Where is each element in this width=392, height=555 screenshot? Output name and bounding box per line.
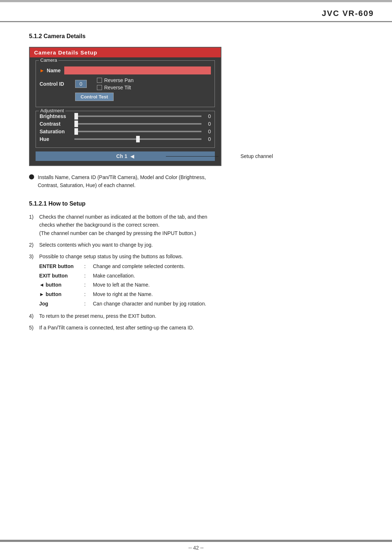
slider-track-contrast[interactable] [74,123,201,125]
numbered-item-3: 3)Possible to change setup status by usi… [29,252,367,308]
control-id-label: Control ID [40,81,72,87]
slider-track-brightness[interactable] [74,116,201,117]
button-list-desc: Change and complete selected contents. [93,262,367,271]
reverse-pan-label: Reverse Pan [104,77,134,83]
slider-row-brightness: Brightness0 [40,113,211,119]
header: JVC VR-609 [0,2,392,22]
name-arrow-icon: ► [40,68,45,73]
subsection-heading: 5.1.2.1 How to Setup [29,200,367,207]
numbered-para-3: Possible to change setup status by using… [39,252,367,260]
numbered-num-5: 5) [29,324,36,332]
reverse-checkboxes: Reverse Pan Reverse Tilt [97,77,134,90]
adjustment-group: Adjustment Brightness0Contrast0Saturatio… [36,111,215,148]
button-list-label: Jog [39,300,83,308]
numbered-num-4: 4) [29,312,36,320]
button-list-colon: : [84,281,91,289]
button-list-label: ► button [39,290,83,299]
slider-track-hue[interactable] [74,138,201,140]
channel-text: Ch 1 [116,153,127,159]
numbered-num-3: 3) [29,252,36,260]
reverse-tilt-label: Reverse Tilt [104,85,131,90]
setup-box-title: Camera Details Setup [30,48,221,57]
slider-value-hue: 0 [204,136,211,142]
numbered-item-2: 2)Selects contents which you want to cha… [29,241,367,249]
slider-handle-hue [136,136,140,142]
numbered-list: 1)Checks the channel number as indicated… [29,213,367,332]
section-heading: 5.1.2 Camera Details [29,33,367,40]
slider-handle-brightness [74,113,78,119]
slider-track-saturation[interactable] [74,131,201,132]
control-id-value[interactable]: 0 [75,80,87,88]
control-test-button[interactable]: Control Test [75,93,114,101]
button-list-label: EXIT button [39,272,83,280]
numbered-text-4: To return to the preset menu, press the … [39,312,367,320]
footer: -- 42 -- [0,540,392,555]
slider-value-saturation: 0 [204,129,211,134]
reverse-pan-checkbox[interactable] [97,78,102,83]
footer-page: -- 42 -- [0,542,392,555]
button-list-colon: : [84,272,91,280]
button-list-label: ◄ button [39,281,83,289]
button-list-desc: Move to left at the Name. [93,281,367,289]
button-list-label: ENTER button [39,262,83,271]
button-list-colon: : [84,300,91,308]
slider-row-hue: Hue0 [40,136,211,142]
slider-value-brightness: 0 [204,113,211,119]
slider-label-hue: Hue [40,136,72,142]
slider-handle-saturation [74,128,78,135]
control-test-row: Control Test [40,93,211,101]
bullet-dot-icon [29,174,34,179]
camera-group: Camera ► Name Control ID 0 Reverse Pan [36,60,215,107]
channel-bar: Ch 1 ◀ Setup channel [36,151,215,161]
numbered-num-1: 1) [29,213,36,221]
name-label: Name [47,68,61,73]
button-list: ENTER button:Change and complete selecte… [39,262,367,308]
camera-details-setup-box: Camera Details Setup Camera ► Name Contr… [29,47,221,166]
numbered-text-3: Possible to change setup status by using… [39,252,367,308]
numbered-item-1: 1)Checks the channel number as indicated… [29,213,367,237]
reverse-pan-item[interactable]: Reverse Pan [97,77,134,83]
slider-label-saturation: Saturation [40,129,72,134]
numbered-num-2: 2) [29,241,36,249]
name-row: ► Name [40,66,211,74]
channel-arrow-icon: ◀ [130,153,134,159]
slider-label-contrast: Contrast [40,121,72,127]
slider-handle-contrast [74,121,78,127]
page-title: JVC VR-609 [322,9,374,18]
button-list-desc: Move to right at the Name. [93,290,367,299]
camera-group-label: Camera [39,57,58,63]
reverse-tilt-checkbox[interactable] [97,85,102,90]
bullet-text-content: Installs Name, Camera ID (Pan/Tilt Camer… [38,174,206,188]
bullet-info: Installs Name, Camera ID (Pan/Tilt Camer… [29,173,367,190]
adjustment-group-label: Adjustment [39,108,65,113]
name-input[interactable] [64,66,211,74]
button-list-colon: : [84,290,91,299]
button-list-desc: Make cancellation. [93,272,367,280]
control-id-row: Control ID 0 Reverse Pan Reverse Tilt [40,77,211,90]
slider-value-contrast: 0 [204,121,211,127]
bullet-text: Installs Name, Camera ID (Pan/Tilt Camer… [38,173,206,190]
reverse-tilt-item[interactable]: Reverse Tilt [97,85,134,90]
numbered-item-5: 5)If a Pan/Tilt camera is connected, tes… [29,324,367,332]
button-list-desc: Can change character and number by jog r… [93,300,367,308]
setup-inner: Camera ► Name Control ID 0 Reverse Pan [30,57,221,165]
slider-row-contrast: Contrast0 [40,121,211,127]
setup-channel-label: Setup channel [240,153,273,159]
numbered-text-5: If a Pan/Tilt camera is connected, test … [39,324,367,332]
slider-label-brightness: Brightness [40,113,72,119]
button-list-colon: : [84,262,91,271]
slider-row-saturation: Saturation0 [40,129,211,134]
numbered-text-1: Checks the channel number as indicated a… [39,213,367,237]
slider-rows: Brightness0Contrast0Saturation0Hue0 [40,113,211,142]
numbered-item-4: 4)To return to the preset menu, press th… [29,312,367,320]
setup-channel-line [166,156,219,157]
main-content: 5.1.2 Camera Details Camera Details Setu… [0,22,392,351]
numbered-text-2: Selects contents which you want to chang… [39,241,367,249]
